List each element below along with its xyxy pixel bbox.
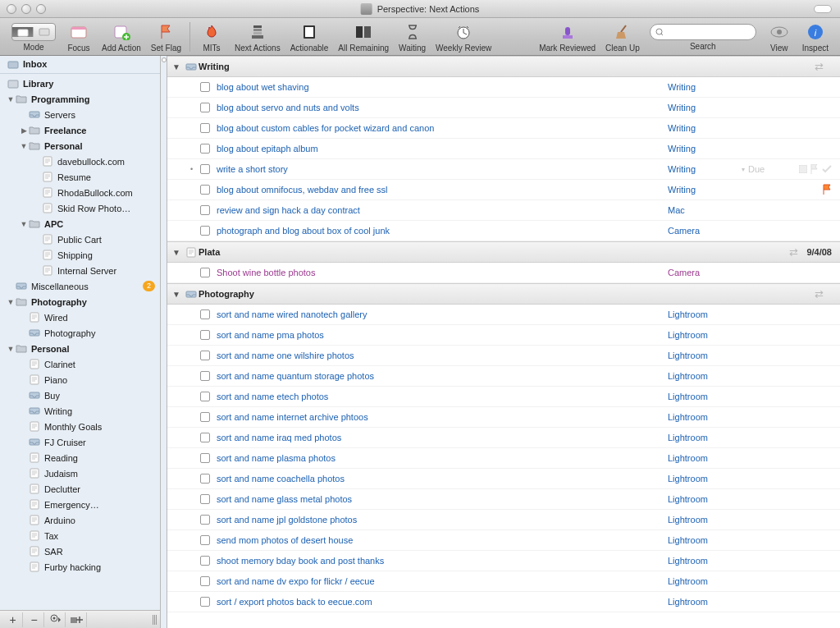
task-name[interactable]: sort and name wired nanotech gallery (217, 309, 367, 319)
sidebar-item[interactable]: davebullock.com (0, 154, 160, 169)
task-row[interactable]: sort and name plasma photosLightroom (167, 448, 840, 469)
task-name[interactable]: sort and name one wilshire photos (217, 351, 354, 360)
task-checkbox[interactable] (200, 82, 210, 92)
task-row[interactable]: sort and name wired nanotech galleryLigh… (167, 305, 840, 325)
sidebar-item[interactable]: SAR (0, 543, 160, 559)
content-area[interactable]: ▼Writing⇄blog about wet shavingWritingbl… (167, 56, 840, 628)
task-checkbox[interactable] (200, 494, 210, 504)
disclosure-triangle-icon[interactable]: ▼ (20, 142, 28, 150)
sidebar-item[interactable]: Public Cart (0, 231, 160, 247)
group-header[interactable]: ▼Plata⇄9/4/08 (167, 241, 840, 263)
task-checkbox[interactable] (200, 433, 210, 442)
task-context[interactable]: Writing (668, 82, 742, 92)
sidebar-item[interactable]: RhodaBullock.com (0, 185, 160, 200)
disclosure-triangle-icon[interactable]: ▼ (172, 248, 184, 257)
add-button[interactable]: + (3, 612, 23, 627)
task-name[interactable]: blog about servo and nuts and volts (217, 103, 359, 112)
split-handle[interactable] (161, 56, 167, 628)
task-context[interactable]: Writing (668, 103, 742, 112)
task-name[interactable]: sort / export photos back to eecue.com (217, 597, 372, 607)
sidebar-item[interactable]: Emergency… (0, 497, 160, 512)
task-checkbox[interactable] (200, 123, 210, 133)
remove-button[interactable]: − (25, 612, 44, 627)
sidebar-item[interactable]: Wired (0, 309, 160, 325)
note-icon[interactable] (799, 165, 807, 173)
task-row[interactable]: sort and name etech photosLightroom (167, 387, 840, 407)
jump-arrow-icon[interactable]: ⇄ (815, 61, 824, 73)
task-row[interactable]: send mom photos of desert houseLightroom (167, 530, 840, 551)
task-row[interactable]: shoot memory bday book and post thanksLi… (167, 551, 840, 571)
task-name[interactable]: sort and name etech photos (217, 392, 328, 401)
task-context[interactable]: Lightroom (668, 392, 742, 401)
task-context[interactable]: Writing (668, 123, 742, 133)
sidebar-item[interactable]: Clarinet (0, 356, 160, 372)
task-checkbox[interactable] (200, 185, 210, 195)
task-name[interactable]: sort and name quantum storage photos (217, 371, 374, 381)
task-context[interactable]: Lightroom (668, 474, 742, 484)
task-context[interactable]: Lightroom (668, 412, 742, 422)
task-checkbox[interactable] (200, 371, 210, 381)
task-row[interactable]: sort and name pma photosLightroom (167, 325, 840, 346)
close-window-button[interactable] (7, 4, 16, 14)
task-context[interactable]: Lightroom (668, 453, 742, 463)
search-input[interactable] (666, 27, 750, 37)
due-column[interactable]: ▾Due (742, 164, 791, 174)
mode-project-button[interactable] (12, 27, 34, 37)
task-row[interactable]: sort and name coachella photosLightroom (167, 469, 840, 489)
task-row[interactable]: sort and name dv expo for flickr / eecue… (167, 571, 840, 592)
task-name[interactable]: review and sign hack a day contract (217, 205, 360, 215)
task-row[interactable]: sort and name internet archive phtoosLig… (167, 407, 840, 428)
task-context[interactable]: Lightroom (668, 535, 742, 545)
disclosure-triangle-icon[interactable]: ▼ (172, 62, 184, 71)
task-name[interactable]: blog about omnifocus, webdav and free ss… (217, 185, 388, 195)
mode-context-button[interactable] (34, 27, 55, 37)
task-row[interactable]: blog about wet shavingWriting (167, 77, 840, 98)
focus-button[interactable]: Focus (61, 21, 97, 53)
sidebar-item[interactable]: Arduino (0, 512, 160, 528)
task-name[interactable]: sort and name pma photos (217, 330, 324, 340)
task-context[interactable]: Lightroom (668, 351, 742, 360)
disclosure-triangle-icon[interactable]: ▼ (7, 298, 15, 306)
task-name[interactable]: Shoot wine bottle photos (217, 268, 315, 277)
task-name[interactable]: write a short story (217, 164, 288, 174)
task-checkbox[interactable] (200, 556, 210, 566)
task-name[interactable]: photograph and blog about box of cool ju… (217, 226, 390, 236)
task-row[interactable]: Shoot wine bottle photosCamera (167, 263, 840, 283)
minimize-window-button[interactable] (21, 4, 31, 14)
sidebar-item[interactable]: Internal Server (0, 263, 160, 278)
sidebar-item[interactable]: FJ Cruiser (0, 434, 160, 450)
task-context[interactable]: Lightroom (668, 494, 742, 504)
sidebar-item[interactable]: Declutter (0, 481, 160, 497)
task-context[interactable]: Lightroom (668, 515, 742, 525)
clean-up-button[interactable]: Clean Up (600, 21, 645, 53)
sidebar-item[interactable]: Piano (0, 372, 160, 387)
task-context[interactable]: Lightroom (668, 371, 742, 381)
add-group-button[interactable] (67, 612, 87, 627)
sidebar-item[interactable]: Servers (0, 107, 160, 122)
sidebar-item[interactable]: Shipping (0, 247, 160, 263)
task-checkbox[interactable] (200, 205, 210, 215)
sidebar-item[interactable]: Resume (0, 169, 160, 185)
task-row[interactable]: sort and name glass metal photosLightroo… (167, 489, 840, 510)
task-context[interactable]: Lightroom (668, 433, 742, 442)
task-row[interactable]: write a short storyWriting▾Due (167, 159, 840, 180)
group-header[interactable]: ▼Writing⇄ (167, 56, 840, 77)
disclosure-triangle-icon[interactable]: ▼ (7, 95, 15, 103)
task-name[interactable]: sort and name coachella photos (217, 474, 345, 484)
sidebar-inbox[interactable]: Inbox (0, 56, 160, 71)
task-row[interactable]: sort and name one wilshire photosLightro… (167, 346, 840, 366)
task-checkbox[interactable] (200, 412, 210, 422)
sidebar-library[interactable]: Library (0, 76, 160, 91)
task-row[interactable]: sort and name jpl goldstone photosLightr… (167, 510, 840, 530)
task-name[interactable]: sort and name iraq med photos (217, 433, 341, 442)
mark-reviewed-button[interactable]: Mark Reviewed (534, 21, 600, 53)
sidebar-item[interactable]: ▼Personal (0, 341, 160, 356)
disclosure-triangle-icon[interactable]: ▼ (7, 345, 15, 353)
waiting-button[interactable]: Waiting (394, 21, 431, 53)
task-checkbox[interactable] (200, 268, 210, 277)
group-header[interactable]: ▼Photography⇄ (167, 283, 840, 305)
sidebar-item[interactable]: Furby hacking (0, 559, 160, 575)
task-context[interactable]: Lightroom (668, 330, 742, 340)
task-name[interactable]: sort and name plasma photos (217, 453, 336, 463)
task-context[interactable]: Lightroom (668, 556, 742, 566)
